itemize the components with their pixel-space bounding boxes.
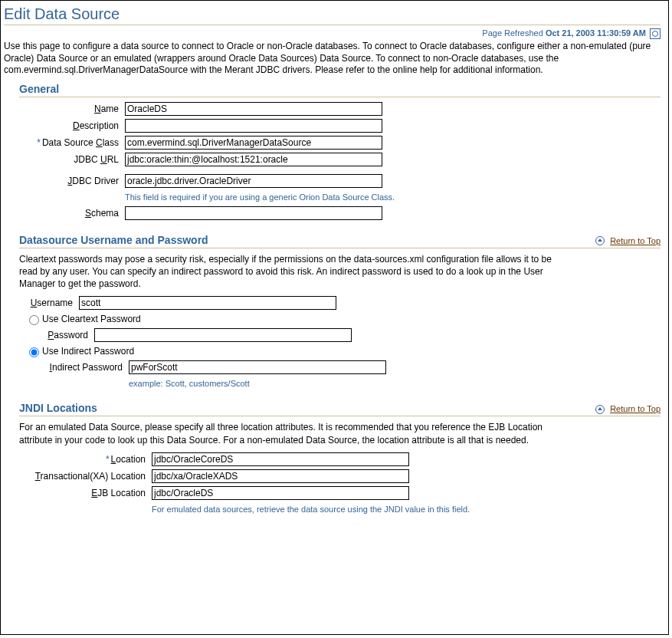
- name-label: Name: [19, 104, 125, 114]
- schema-label: Schema: [19, 208, 125, 219]
- ejb-location-input[interactable]: [152, 486, 409, 500]
- section-jndi-header: JNDI Locations: [19, 402, 97, 414]
- xa-location-label: Transactional(XA) Location: [19, 471, 152, 482]
- password-label: Password: [34, 330, 94, 340]
- credentials-intro: Cleartext passwords may pose a security …: [19, 253, 556, 291]
- return-to-top-link[interactable]: Return to Top: [610, 236, 661, 245]
- location-input[interactable]: [152, 452, 409, 466]
- username-label: Username: [19, 298, 79, 308]
- cleartext-password-radio-label: Use Cleartext Password: [42, 314, 141, 324]
- section-general-header: General: [19, 83, 59, 95]
- indirect-password-radio[interactable]: [29, 347, 39, 357]
- jdbc-url-input[interactable]: [125, 153, 382, 166]
- class-input[interactable]: [125, 136, 382, 150]
- username-input[interactable]: [79, 296, 336, 310]
- section-credentials-header: Datasource Username and Password: [19, 234, 208, 246]
- page-refreshed-label: Page Refreshed: [482, 28, 543, 38]
- xa-location-input[interactable]: [152, 469, 409, 483]
- ejb-location-label: EJB Location: [19, 488, 152, 498]
- jdbc-driver-label: JDBC Driver: [19, 176, 125, 186]
- return-top-icon[interactable]: [595, 405, 605, 414]
- description-input[interactable]: [125, 119, 382, 133]
- page-title: Edit Data Source: [4, 5, 661, 25]
- page-refreshed-timestamp: Oct 21, 2003 11:30:59 AM: [546, 28, 646, 38]
- jndi-intro: For an emulated Data Source, please spec…: [19, 421, 556, 446]
- jndi-hint: For emulated data sources, retrieve the …: [152, 505, 470, 514]
- schema-input[interactable]: [125, 206, 382, 220]
- jdbc-driver-hint: This field is required if you are using …: [125, 192, 395, 202]
- refresh-icon[interactable]: [650, 28, 661, 39]
- indirect-password-radio-label: Use Indirect Password: [42, 346, 134, 357]
- return-to-top-link[interactable]: Return to Top: [610, 404, 661, 413]
- page-intro: Use this page to configure a data source…: [4, 41, 661, 77]
- class-label: *Data Source Class: [19, 137, 125, 148]
- return-top-icon[interactable]: [595, 236, 605, 245]
- location-label: *Location: [19, 454, 152, 465]
- page-refreshed-row: Page Refreshed Oct 21, 2003 11:30:59 AM: [4, 28, 661, 39]
- name-input[interactable]: [125, 102, 382, 116]
- jdbc-url-label: JDBC URL: [19, 154, 125, 165]
- description-label: Description: [19, 120, 125, 131]
- indirect-password-input[interactable]: [129, 360, 386, 374]
- jdbc-driver-input[interactable]: [125, 174, 382, 188]
- cleartext-password-radio[interactable]: [29, 315, 39, 325]
- indirect-password-label: Indirect Password: [34, 362, 129, 373]
- password-input[interactable]: [94, 328, 352, 342]
- indirect-password-hint: example: Scott, customers/Scott: [129, 379, 250, 388]
